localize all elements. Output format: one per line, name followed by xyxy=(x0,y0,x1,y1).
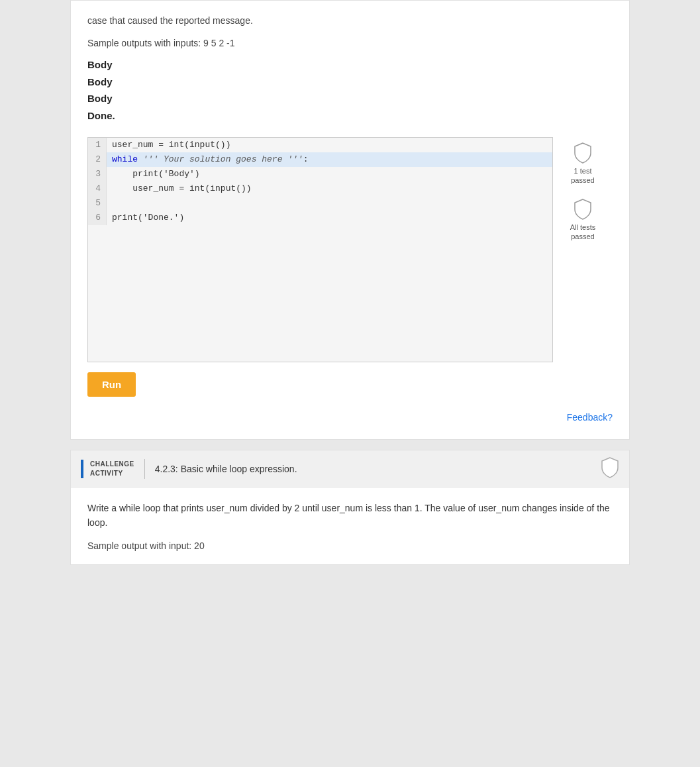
challenge-header: CHALLENGE ACTIVITY 4.2.3: Basic while lo… xyxy=(71,450,629,487)
challenge-label-line1: CHALLENGE xyxy=(90,460,134,469)
shield-icon-2 xyxy=(574,199,592,220)
badge-area: 1 testpassed All testspassed xyxy=(553,137,613,362)
line-content-1[interactable]: user_num = int(input()) xyxy=(107,138,230,152)
badge-all-tests-label: All testspassed xyxy=(570,223,596,242)
feedback-row: Feedback? xyxy=(87,412,613,423)
body-output-3: Body xyxy=(87,90,613,107)
line-content-5[interactable] xyxy=(107,196,117,211)
top-card: case that caused the reported message. S… xyxy=(70,0,630,440)
body-output-2: Body xyxy=(87,74,613,91)
badge-1-test-label: 1 testpassed xyxy=(571,166,594,185)
challenge-description: Write a while loop that prints user_num … xyxy=(87,501,613,531)
sample-output-label: Sample output with input: 20 xyxy=(87,540,613,551)
line-content-4[interactable]: user_num = int(input()) xyxy=(107,181,252,196)
line-content-6[interactable]: print('Done.') xyxy=(107,211,184,225)
line-content-3[interactable]: print('Body') xyxy=(107,167,200,181)
code-editor[interactable]: 1 user_num = int(input()) 2 while ''' Yo… xyxy=(87,137,553,362)
challenge-title: 4.2.3: Basic while loop expression. xyxy=(155,464,591,474)
sample-outputs-label: Sample outputs with inputs: 9 5 2 -1 xyxy=(87,38,613,48)
code-line-1[interactable]: 1 user_num = int(input()) xyxy=(88,138,552,152)
intro-text: case that caused the reported message. xyxy=(87,14,613,28)
badge-all-tests: All testspassed xyxy=(570,199,596,242)
keyword-while: while xyxy=(112,154,143,164)
shield-icon-1 xyxy=(574,142,592,164)
code-editor-wrapper: 1 user_num = int(input()) 2 while ''' Yo… xyxy=(87,137,613,362)
line-number-3: 3 xyxy=(88,167,107,181)
line-number-4: 4 xyxy=(88,181,107,196)
challenge-shield xyxy=(601,457,619,480)
line-number-5: 5 xyxy=(88,196,107,211)
colon: : xyxy=(303,154,309,164)
body-output-1: Body xyxy=(87,56,613,74)
code-line-2[interactable]: 2 while ''' Your solution goes here ''': xyxy=(88,152,552,167)
challenge-divider xyxy=(144,459,145,479)
code-line-5[interactable]: 5 xyxy=(88,196,552,211)
code-line-6[interactable]: 6 print('Done.') xyxy=(88,211,552,225)
shield-icon-challenge xyxy=(601,457,619,478)
code-line-3[interactable]: 3 print('Body') xyxy=(88,167,552,181)
challenge-label-line2: ACTIVITY xyxy=(90,469,134,478)
run-button[interactable]: Run xyxy=(87,372,136,397)
code-filler[interactable] xyxy=(88,225,552,358)
challenge-card: CHALLENGE ACTIVITY 4.2.3: Basic while lo… xyxy=(70,450,630,565)
line-number-2: 2 xyxy=(88,152,107,167)
line-number-1: 1 xyxy=(88,138,107,152)
challenge-label-block: CHALLENGE ACTIVITY xyxy=(81,460,134,478)
body-outputs-block: Body Body Body Done. xyxy=(87,56,613,124)
solution-placeholder: ''' Your solution goes here ''' xyxy=(143,154,303,164)
line-number-6: 6 xyxy=(88,211,107,225)
done-output: Done. xyxy=(87,107,613,125)
challenge-body: Write a while loop that prints user_num … xyxy=(71,487,629,564)
feedback-link[interactable]: Feedback? xyxy=(567,412,613,423)
code-line-4[interactable]: 4 user_num = int(input()) xyxy=(88,181,552,196)
line-content-2[interactable]: while ''' Your solution goes here ''': xyxy=(107,152,308,167)
badge-1-test: 1 testpassed xyxy=(571,142,594,185)
